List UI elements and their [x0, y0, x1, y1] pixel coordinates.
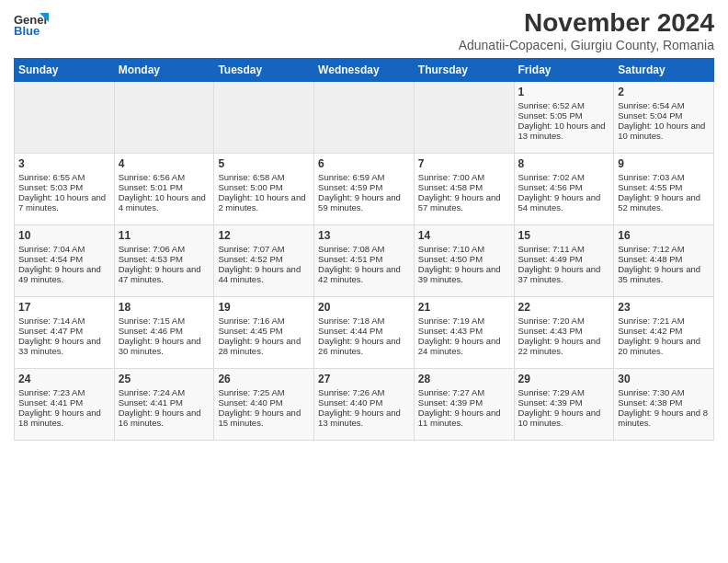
sunrise: Sunrise: 6:52 AM	[518, 100, 585, 110]
daylight: Daylight: 9 hours and 44 minutes.	[218, 264, 301, 284]
weekday-header-tuesday: Tuesday	[214, 58, 314, 81]
calendar-cell: 3Sunrise: 6:55 AMSunset: 5:03 PMDaylight…	[15, 153, 115, 224]
sunset: Sunset: 4:44 PM	[318, 326, 382, 336]
daylight: Daylight: 9 hours and 42 minutes.	[318, 264, 401, 284]
calendar-cell: 5Sunrise: 6:58 AMSunset: 5:00 PMDaylight…	[214, 153, 314, 224]
sunrise: Sunrise: 7:23 AM	[18, 387, 85, 397]
daylight: Daylight: 9 hours and 28 minutes.	[218, 336, 301, 356]
daylight: Daylight: 9 hours and 24 minutes.	[418, 336, 501, 356]
sunset: Sunset: 4:59 PM	[318, 182, 382, 192]
calendar-cell: 16Sunrise: 7:12 AMSunset: 4:48 PMDayligh…	[614, 224, 714, 296]
sunrise: Sunrise: 7:18 AM	[318, 316, 384, 326]
sunrise: Sunrise: 7:26 AM	[318, 387, 384, 397]
day-number: 20	[318, 301, 410, 314]
weekday-header-wednesday: Wednesday	[314, 58, 415, 81]
day-number: 24	[18, 373, 110, 385]
sunset: Sunset: 4:56 PM	[518, 182, 583, 192]
calendar-cell	[314, 81, 415, 153]
day-number: 14	[418, 229, 510, 242]
page-header: General Blue November 2024 Adunatii-Copa…	[14, 9, 714, 52]
day-number: 3	[18, 157, 110, 170]
sunset: Sunset: 4:39 PM	[518, 397, 583, 408]
sunrise: Sunrise: 7:12 AM	[618, 244, 684, 254]
sunset: Sunset: 4:49 PM	[518, 254, 583, 264]
weekday-header-saturday: Saturday	[614, 58, 714, 81]
sunrise: Sunrise: 6:56 AM	[119, 172, 185, 182]
calendar-cell: 23Sunrise: 7:21 AMSunset: 4:42 PMDayligh…	[614, 296, 714, 368]
sunset: Sunset: 4:43 PM	[418, 326, 483, 336]
daylight: Daylight: 10 hours and 10 minutes.	[618, 121, 705, 141]
calendar-cell: 20Sunrise: 7:18 AMSunset: 4:44 PMDayligh…	[314, 296, 415, 368]
sunset: Sunset: 4:58 PM	[418, 182, 483, 192]
day-number: 8	[518, 157, 610, 170]
sunrise: Sunrise: 6:58 AM	[218, 172, 284, 182]
sunrise: Sunrise: 6:59 AM	[318, 172, 384, 182]
calendar-cell	[214, 81, 314, 153]
sunrise: Sunrise: 7:24 AM	[119, 387, 185, 397]
day-number: 28	[418, 373, 510, 385]
calendar-cell: 28Sunrise: 7:27 AMSunset: 4:39 PMDayligh…	[414, 368, 514, 440]
day-number: 18	[119, 301, 210, 314]
sunrise: Sunrise: 7:14 AM	[18, 316, 85, 326]
calendar-cell: 9Sunrise: 7:03 AMSunset: 4:55 PMDaylight…	[614, 153, 714, 224]
calendar-cell	[114, 81, 214, 153]
sunrise: Sunrise: 7:15 AM	[119, 316, 185, 326]
title-section: November 2024 Adunatii-Copaceni, Giurgiu…	[459, 9, 714, 52]
sunrise: Sunrise: 7:11 AM	[518, 244, 585, 254]
weekday-header-thursday: Thursday	[414, 58, 514, 81]
day-number: 30	[618, 373, 710, 385]
weekday-header-sunday: Sunday	[15, 58, 115, 81]
calendar-cell: 2Sunrise: 6:54 AMSunset: 5:04 PMDaylight…	[614, 81, 714, 153]
daylight: Daylight: 9 hours and 39 minutes.	[418, 264, 501, 284]
daylight: Daylight: 9 hours and 20 minutes.	[618, 336, 700, 356]
sunrise: Sunrise: 7:16 AM	[218, 316, 284, 326]
daylight: Daylight: 9 hours and 52 minutes.	[618, 192, 700, 213]
sunset: Sunset: 4:53 PM	[119, 254, 183, 264]
sunset: Sunset: 5:00 PM	[218, 182, 282, 192]
daylight: Daylight: 9 hours and 59 minutes.	[318, 192, 401, 213]
calendar-week-0: 1Sunrise: 6:52 AMSunset: 5:05 PMDaylight…	[15, 81, 714, 153]
day-number: 27	[318, 373, 410, 385]
calendar-week-2: 10Sunrise: 7:04 AMSunset: 4:54 PMDayligh…	[15, 224, 714, 296]
calendar-cell: 13Sunrise: 7:08 AMSunset: 4:51 PMDayligh…	[314, 224, 415, 296]
daylight: Daylight: 9 hours and 18 minutes.	[18, 408, 101, 428]
sunrise: Sunrise: 7:25 AM	[218, 387, 284, 397]
calendar-cell: 4Sunrise: 6:56 AMSunset: 5:01 PMDaylight…	[114, 153, 214, 224]
daylight: Daylight: 9 hours and 8 minutes.	[618, 408, 708, 428]
calendar-cell: 14Sunrise: 7:10 AMSunset: 4:50 PMDayligh…	[414, 224, 514, 296]
day-number: 23	[618, 301, 710, 314]
daylight: Daylight: 9 hours and 33 minutes.	[18, 336, 101, 356]
sunset: Sunset: 4:38 PM	[618, 397, 682, 408]
sunrise: Sunrise: 7:07 AM	[218, 244, 284, 254]
svg-text:Blue: Blue	[14, 24, 40, 38]
sunset: Sunset: 5:03 PM	[18, 182, 83, 192]
day-number: 9	[618, 157, 710, 170]
calendar-week-3: 17Sunrise: 7:14 AMSunset: 4:47 PMDayligh…	[15, 296, 714, 368]
day-number: 1	[518, 86, 610, 98]
calendar-cell: 10Sunrise: 7:04 AMSunset: 4:54 PMDayligh…	[15, 224, 115, 296]
day-number: 25	[119, 373, 210, 385]
sunset: Sunset: 4:55 PM	[618, 182, 682, 192]
day-number: 6	[318, 157, 410, 170]
daylight: Daylight: 9 hours and 26 minutes.	[318, 336, 401, 356]
sunrise: Sunrise: 6:54 AM	[618, 100, 684, 110]
sunset: Sunset: 4:43 PM	[518, 326, 583, 336]
month-title: November 2024	[459, 9, 714, 38]
sunrise: Sunrise: 7:00 AM	[418, 172, 484, 182]
sunset: Sunset: 4:40 PM	[218, 397, 282, 408]
calendar-cell: 6Sunrise: 6:59 AMSunset: 4:59 PMDaylight…	[314, 153, 415, 224]
day-number: 16	[618, 229, 710, 242]
logo: General Blue	[14, 9, 49, 39]
daylight: Daylight: 9 hours and 13 minutes.	[318, 408, 401, 428]
calendar-cell: 29Sunrise: 7:29 AMSunset: 4:39 PMDayligh…	[514, 368, 614, 440]
sunrise: Sunrise: 7:21 AM	[618, 316, 684, 326]
sunset: Sunset: 4:39 PM	[418, 397, 483, 408]
day-number: 17	[18, 301, 110, 314]
sunrise: Sunrise: 7:20 AM	[518, 316, 585, 326]
day-number: 2	[618, 86, 710, 98]
weekday-header-friday: Friday	[514, 58, 614, 81]
sunrise: Sunrise: 7:02 AM	[518, 172, 585, 182]
day-number: 4	[119, 157, 210, 170]
calendar-cell: 12Sunrise: 7:07 AMSunset: 4:52 PMDayligh…	[214, 224, 314, 296]
day-number: 11	[119, 229, 210, 242]
